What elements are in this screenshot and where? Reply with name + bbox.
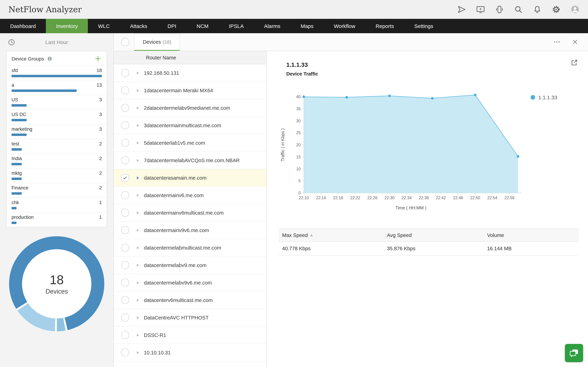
device-row[interactable]: datacentermainv6.me.com (114, 187, 266, 204)
expand-arrow-icon[interactable] (137, 141, 139, 144)
device-row[interactable]: datacentermelabmulticast.me.com (114, 239, 266, 257)
expand-arrow-icon[interactable] (137, 299, 139, 301)
device-row[interactable]: datacentermainv9v6.me.com (114, 222, 266, 239)
expand-arrow-icon[interactable] (137, 246, 139, 249)
rocket-icon[interactable] (457, 5, 466, 14)
group-row-us[interactable]: US3 (7, 95, 107, 109)
nav-item-wlc[interactable]: WLC (88, 19, 120, 33)
add-device-group-button[interactable] (94, 55, 102, 63)
row-checkbox[interactable] (121, 86, 129, 94)
nav-item-maps[interactable]: Maps (291, 19, 324, 33)
row-checkbox[interactable] (121, 279, 129, 287)
select-all-checkbox[interactable] (121, 38, 129, 46)
open-in-new-window-icon[interactable] (571, 59, 578, 67)
row-checkbox[interactable] (121, 191, 129, 199)
row-checkbox[interactable] (121, 69, 129, 77)
group-row-us-dc[interactable]: US DC3 (7, 109, 107, 124)
nav-item-ncm[interactable]: NCM (186, 19, 219, 33)
tab-devices[interactable]: Devices (18) (134, 33, 180, 51)
group-row-chk[interactable]: chk1 (7, 198, 107, 212)
router-name-column-header[interactable]: Router Name (114, 51, 266, 64)
device-row[interactable]: 10.10.10.31 (114, 344, 266, 361)
row-checkbox[interactable] (121, 261, 129, 269)
router-name[interactable]: datacentermelabv9.me.com (144, 262, 207, 268)
device-row[interactable]: 1datacentermain Meraki MX64 (114, 82, 266, 99)
device-row[interactable]: 192.168.50.131 (114, 64, 266, 82)
group-row-india[interactable]: India2 (7, 153, 107, 168)
expand-arrow-icon[interactable] (137, 159, 139, 162)
chart-legend[interactable]: 1.1.1.33 (531, 94, 557, 213)
expand-arrow-icon[interactable] (137, 229, 139, 232)
router-name[interactable]: datacenterasamain.me.com (144, 175, 207, 181)
expand-arrow-icon[interactable] (137, 176, 139, 179)
nav-item-settings[interactable]: Settings (404, 19, 443, 33)
close-icon[interactable] (571, 38, 579, 46)
feedback-chat-button[interactable] (565, 344, 583, 362)
device-row[interactable]: datacenterasamain.me.com (114, 169, 266, 187)
nav-item-workflow[interactable]: Workflow (324, 19, 365, 33)
expand-arrow-icon[interactable] (137, 264, 139, 267)
router-name[interactable]: 1datacentermain Meraki MX64 (144, 88, 213, 93)
router-name[interactable]: 3datacentermainmulticast.me.com (144, 123, 221, 128)
router-name[interactable]: 192.168.50.131 (144, 70, 179, 76)
router-name[interactable]: datacentermelabmulticast.me.com (144, 245, 221, 250)
clock-icon[interactable] (8, 38, 15, 46)
nav-item-inventory[interactable]: Inventory (46, 19, 88, 33)
router-name[interactable]: datacenterv6multicast.me.com (144, 297, 213, 303)
info-icon[interactable] (47, 56, 52, 61)
group-row-finance[interactable]: Finance2 (7, 183, 107, 198)
row-checkbox[interactable] (121, 331, 129, 339)
row-checkbox[interactable] (121, 226, 129, 234)
group-row-production[interactable]: production1 (7, 212, 107, 227)
expand-arrow-icon[interactable] (137, 71, 139, 74)
bell-icon[interactable] (533, 5, 542, 14)
phone-vibrate-icon[interactable] (495, 5, 504, 14)
router-name[interactable]: DSSC-R1 (144, 332, 166, 338)
row-checkbox[interactable] (121, 121, 129, 129)
router-name[interactable]: datacentermainv9v6.me.com (144, 227, 209, 233)
expand-arrow-icon[interactable] (137, 124, 139, 127)
group-row-sfd[interactable]: sfd18 (7, 65, 107, 80)
device-row[interactable]: 2datacentermelabv9medianet.me.com (114, 99, 266, 117)
device-row[interactable]: DataCentreAVC HTTPHOST (114, 309, 266, 326)
expand-arrow-icon[interactable] (137, 106, 139, 109)
video-tour-icon[interactable] (476, 5, 485, 14)
router-name[interactable]: 5datacenterlab1v5.me.com (144, 140, 205, 146)
group-row-marketing[interactable]: marketing3 (7, 124, 107, 139)
time-filter[interactable]: Last Hour (0, 33, 113, 51)
group-row-mktg[interactable]: mktg2 (7, 168, 107, 183)
nav-item-alarms[interactable]: Alarms (254, 19, 291, 33)
nav-item-reports[interactable]: Reports (365, 19, 404, 33)
expand-arrow-icon[interactable] (137, 89, 139, 92)
more-options-icon[interactable] (553, 38, 561, 46)
device-row[interactable]: 5datacenterlab1v5.me.com (114, 134, 266, 152)
row-checkbox[interactable] (121, 244, 129, 252)
expand-arrow-icon[interactable] (137, 334, 139, 336)
nav-item-dashboard[interactable]: Dashboard (0, 19, 46, 33)
device-row[interactable]: datacenterv6multicast.me.com (114, 292, 266, 309)
stats-header-avg-speed[interactable]: Avg Speed (383, 229, 484, 242)
row-checkbox[interactable] (121, 156, 129, 164)
device-row[interactable]: 7datacentermelabAVCQoS.me.com.NBAR (114, 152, 266, 169)
router-name[interactable]: DataCentreAVC HTTPHOST (144, 315, 209, 320)
user-avatar[interactable] (571, 5, 579, 14)
router-name[interactable]: 7datacentermelabAVCQoS.me.com.NBAR (144, 158, 240, 163)
router-name[interactable]: datacentermainv6.me.com (144, 192, 204, 198)
expand-arrow-icon[interactable] (137, 351, 139, 354)
stats-header-volume[interactable]: Volume (484, 229, 579, 242)
router-name[interactable]: 2datacentermelabv9medianet.me.com (144, 105, 230, 111)
nav-item-dpi[interactable]: DPI (157, 19, 186, 33)
router-name[interactable]: 10.10.10.31 (144, 350, 171, 355)
router-name[interactable]: datacentermainv6multicast.me.com (144, 210, 224, 216)
gear-icon[interactable] (552, 5, 561, 14)
search-icon[interactable] (514, 5, 523, 14)
group-row-a[interactable]: a13 (7, 80, 107, 95)
row-checkbox[interactable] (121, 296, 129, 304)
row-checkbox[interactable] (121, 104, 129, 112)
row-checkbox[interactable] (121, 349, 129, 357)
device-row[interactable]: datacentermelabv9v6.me.com (114, 274, 266, 292)
nav-item-attacks[interactable]: Attacks (120, 19, 157, 33)
row-checkbox-checked[interactable] (121, 174, 129, 182)
devices-donut-chart[interactable]: 18 Devices (9, 236, 104, 331)
device-row[interactable]: 3datacentermainmulticast.me.com (114, 117, 266, 134)
